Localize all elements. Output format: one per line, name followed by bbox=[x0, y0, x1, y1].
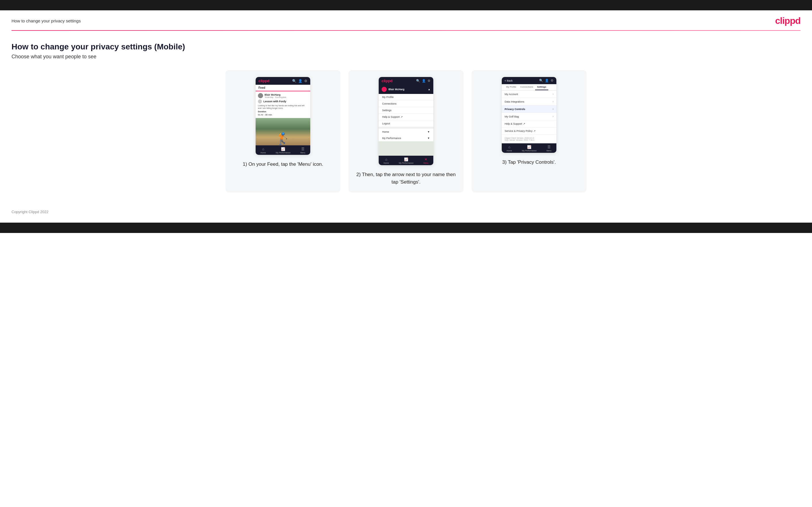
search-icon-2: 🔍 bbox=[416, 79, 420, 83]
step-3-caption: 3) Tap 'Privacy Controls'. bbox=[502, 159, 556, 166]
phone3-tab-myprofile: My Profile bbox=[504, 84, 518, 90]
header-title: How to change your privacy settings bbox=[11, 18, 81, 23]
phone2-logo: clippd bbox=[382, 79, 393, 83]
phone2-nav-performance-label: My Performance bbox=[399, 162, 413, 164]
chevron-right-icon-4: › bbox=[553, 115, 554, 118]
search-icon: 🔍 bbox=[292, 79, 297, 83]
phone2-menu-myprofile: My Profile bbox=[379, 94, 433, 101]
phone1-topbar: clippd 🔍 👤 ⚙ bbox=[256, 77, 310, 85]
phone2-nav-home-label: Home bbox=[384, 162, 389, 164]
phone3-item-mygolfbag: My Golf Bag › bbox=[502, 113, 556, 120]
phone3-item-helpsupport: Help & Support ↗ bbox=[502, 120, 556, 127]
phone3-nav-home: ⌂ Home bbox=[507, 145, 512, 152]
settings-icon: ⚙ bbox=[304, 79, 307, 83]
main-content: How to change your privacy settings (Mob… bbox=[0, 31, 812, 204]
performance-icon-3: 📈 bbox=[527, 145, 531, 149]
phone1-nav-home-label: Home bbox=[260, 152, 266, 154]
phone1-location: Yesterday · Sunningdale bbox=[264, 96, 287, 98]
phone1-logo: clippd bbox=[258, 79, 269, 83]
phone3-item-privacycontrols: Privacy Controls › bbox=[502, 105, 556, 113]
phone2-overlay bbox=[379, 141, 433, 156]
phone1-lesson-icon bbox=[258, 99, 262, 103]
phone2-nav-menu-label: Menu bbox=[423, 162, 428, 164]
phone3-tabs: My Profile Connections Settings bbox=[502, 84, 556, 91]
phone1-icons: 🔍 👤 ⚙ bbox=[292, 79, 307, 83]
phone3-nav-menu: ☰ Menu bbox=[546, 145, 552, 152]
phone1-feed-tab: Feed bbox=[256, 85, 310, 91]
phone3-item-serviceprivacy: Service & Privacy Policy ↗ bbox=[502, 127, 556, 135]
phone1-nav-performance: 📈 My Performance bbox=[276, 147, 291, 154]
search-icon-3: 🔍 bbox=[539, 79, 543, 82]
phone3-myaccount-label: My Account bbox=[505, 93, 518, 96]
footer: Copyright Clippd 2022 bbox=[0, 204, 812, 223]
phone1-nav-home: ⌂ Home bbox=[260, 147, 266, 154]
phone3-nav-home-label: Home bbox=[507, 150, 512, 152]
phone2-performance-label: My Performance bbox=[382, 137, 401, 139]
settings-icon-3: ⚙ bbox=[551, 79, 554, 82]
chevron-down-icon: ▼ bbox=[427, 130, 430, 133]
phone1-nav-performance-label: My Performance bbox=[276, 152, 291, 154]
phone2-home-label: Home bbox=[382, 130, 389, 133]
phone-1-mockup: clippd 🔍 👤 ⚙ Feed Blair McHarg bbox=[256, 77, 310, 155]
logo: clippd bbox=[775, 15, 801, 26]
phone3-helpsupport-label: Help & Support ↗ bbox=[505, 122, 525, 125]
phone3-nav-performance: 📈 My Performance bbox=[522, 145, 537, 152]
top-bar bbox=[0, 0, 812, 10]
phone3-nav-performance-label: My Performance bbox=[522, 150, 537, 152]
phone2-section-performance: My Performance ▼ bbox=[379, 135, 433, 141]
phone2-avatar bbox=[382, 87, 387, 92]
phone1-avatar bbox=[258, 93, 263, 98]
phone3-mygolfbag-label: My Golf Bag bbox=[505, 115, 519, 118]
phone2-menu-settings: Settings bbox=[379, 107, 433, 114]
phone2-nav-home: ⌂ Home bbox=[384, 157, 389, 164]
phone2-menu-help: Help & Support ↗ bbox=[379, 114, 433, 120]
phone1-desc: Looking to feel like my hands are exitin… bbox=[258, 104, 308, 109]
phone1-lesson-title: Lesson with Fordy bbox=[263, 100, 287, 103]
steps-row: clippd 🔍 👤 ⚙ Feed Blair McHarg bbox=[11, 70, 801, 192]
phone1-duration-label: Duration bbox=[258, 111, 308, 113]
step-1-card: clippd 🔍 👤 ⚙ Feed Blair McHarg bbox=[225, 70, 341, 192]
performance-icon: 📈 bbox=[281, 147, 285, 151]
phone2-menu-connections: Connections bbox=[379, 101, 433, 107]
phone3-version: Clippd Client Version: 2022.8.3-3 GQL Se… bbox=[502, 135, 556, 143]
phone3-item-dataintegrations: Data Integrations › bbox=[502, 98, 556, 105]
phone1-duration-value: 01 hr : 30 min bbox=[258, 113, 308, 116]
phone3-version-client: Clippd Client Version: 2022.8.3-3 bbox=[505, 137, 554, 139]
phone2-nav-menu: ✕ Menu bbox=[423, 157, 428, 164]
phone3-tab-settings: Settings bbox=[535, 84, 548, 90]
phone3-serviceprivacy-label: Service & Privacy Policy ↗ bbox=[505, 129, 536, 132]
chevron-right-icon-2: › bbox=[553, 100, 554, 103]
settings-icon-2: ⚙ bbox=[427, 79, 430, 83]
phone2-nav-performance: 📈 My Performance bbox=[399, 157, 413, 164]
phone2-topbar: clippd 🔍 👤 ⚙ bbox=[379, 77, 433, 85]
step-2-caption: 2) Then, tap the arrow next to your name… bbox=[355, 171, 457, 185]
phone2-menu: My Profile Connections Settings Help & S… bbox=[379, 94, 433, 156]
phone3-dataintegrations-label: Data Integrations bbox=[505, 100, 524, 103]
user-icon: 👤 bbox=[298, 79, 303, 83]
page-subheading: Choose what you want people to see bbox=[11, 54, 801, 60]
phone3-privacycontrols-label: Privacy Controls bbox=[505, 108, 525, 111]
step-3-card: < Back 🔍 👤 ⚙ My Profile Connections Sett… bbox=[471, 70, 587, 192]
phone3-bottom-nav: ⌂ Home 📈 My Performance ☰ Menu bbox=[502, 143, 556, 153]
chevron-right-icon-3: › bbox=[553, 107, 554, 111]
phone1-nav-menu: ☰ Menu bbox=[300, 147, 305, 154]
user-icon-3: 👤 bbox=[545, 79, 549, 82]
phone2-section-home: Home ▼ bbox=[379, 129, 433, 135]
page-heading: How to change your privacy settings (Mob… bbox=[11, 42, 801, 51]
phone3-nav-menu-label: Menu bbox=[546, 150, 552, 152]
copyright-text: Copyright Clippd 2022 bbox=[11, 210, 49, 214]
phone2-username: Blair McHarg bbox=[389, 88, 405, 91]
phone3-item-myaccount: My Account › bbox=[502, 91, 556, 98]
step-1-caption: 1) On your Feed, tap the 'Menu' icon. bbox=[243, 161, 323, 168]
phone-2-mockup: clippd 🔍 👤 ⚙ Blair McHarg ▲ bbox=[379, 77, 433, 165]
phone1-golfer-icon: 🏌️ bbox=[276, 132, 290, 145]
phone3-version-gql: GQL Server Version: 2022.7.30-1 bbox=[505, 139, 554, 141]
phone3-topbar: < Back 🔍 👤 ⚙ bbox=[502, 77, 556, 84]
bottom-bar bbox=[0, 223, 812, 233]
phone1-user-row: Blair McHarg Yesterday · Sunningdale bbox=[258, 93, 308, 98]
menu-icon: ☰ bbox=[301, 147, 305, 151]
chevron-down-icon-2: ▼ bbox=[427, 137, 430, 139]
phone3-tab-connections: Connections bbox=[518, 84, 535, 90]
home-icon: ⌂ bbox=[262, 147, 264, 151]
phone1-bottom-nav: ⌂ Home 📈 My Performance ☰ Menu bbox=[256, 145, 310, 155]
